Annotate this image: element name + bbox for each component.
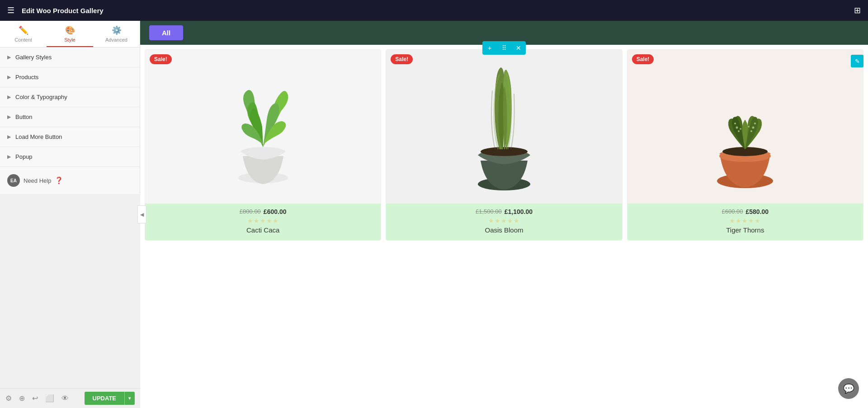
tab-style[interactable]: 🎨 Style [47,21,93,47]
sidebar-collapse-button[interactable]: ◀ [137,205,146,223]
product-stars-1: ★★★★★ [151,217,375,224]
popup-label: Popup [15,153,33,160]
sale-badge-3: Sale! [632,54,654,64]
svg-point-9 [752,127,755,129]
accordion-button: ▶ Button [0,107,140,127]
sidebar: ✏️ Content 🎨 Style ⚙️ Advanced ▶ Gall [0,21,140,194]
product-grid: Sale! [140,45,868,245]
close-widget-button[interactable]: ✕ [511,41,526,55]
star2-empty-1: ★ [488,217,495,224]
star-empty-2: ★ [254,217,260,224]
product-image-3 [695,59,795,195]
tab-style-label: Style [64,37,75,43]
accordion-gallery-styles: ▶ Gallery Styles [0,47,140,67]
chevron-right-icon-4: ▶ [7,114,11,120]
product-image-2 [454,57,554,197]
update-button[interactable]: UPDATE [85,392,124,405]
product-stars-3: ★★★★★ [633,217,858,224]
accordion-header-products[interactable]: ▶ Products [0,67,140,87]
update-dropdown-button[interactable]: ▾ [124,392,135,405]
help-circle-icon[interactable]: ❓ [55,176,63,185]
canvas: All Sale! [140,21,868,408]
accordion: ▶ Gallery Styles ▶ Products ▶ Color & Ty… [0,47,140,167]
product-name-1: Cacti Caca [151,226,375,234]
tab-content[interactable]: ✏️ Content [0,21,47,47]
accordion-color-typography: ▶ Color & Typography [0,87,140,107]
sidebar-footer[interactable]: EA Need Help ❓ [0,167,140,194]
page-title: Edit Woo Product Gallery [22,7,847,14]
product-stars-2: ★★★★★ [392,217,616,224]
filter-all-button[interactable]: All [149,25,183,40]
accordion-products: ▶ Products [0,67,140,87]
star-empty-4: ★ [266,217,273,224]
preview-icon[interactable]: 👁 [61,394,69,403]
chevron-right-icon: ▶ [7,54,11,60]
star3-empty-2: ★ [736,217,742,224]
product-name-3: Tiger Thorns [633,226,858,234]
layers-icon[interactable]: ⊕ [19,394,25,403]
top-bar: ☰ Edit Woo Product Gallery ⊞ [0,0,868,21]
chevron-right-icon-2: ▶ [7,74,11,80]
main-layout: ✏️ Content 🎨 Style ⚙️ Advanced ▶ Gall [0,21,868,408]
chat-bubble-button[interactable]: 💬 [838,378,859,399]
accordion-header-load-more[interactable]: ▶ Load More Button [0,127,140,147]
svg-point-8 [738,130,740,132]
update-button-group: UPDATE ▾ [85,392,135,405]
star-empty-3: ★ [260,217,266,224]
accordion-header-button[interactable]: ▶ Button [0,107,140,127]
star2-empty-5: ★ [514,217,520,224]
chevron-right-icon-3: ▶ [7,94,11,100]
product-info-2: £1,500.00 £1,100.00 ★★★★★ Oasis Bloom [386,204,622,240]
accordion-header-gallery-styles[interactable]: ▶ Gallery Styles [0,47,140,67]
product-image-area-1: Sale! [145,50,381,204]
settings-icon[interactable]: ⚙ [5,394,12,403]
style-icon: 🎨 [65,25,75,35]
product-card-cacti-caca: Sale! [145,49,381,241]
product-info-3: £600.00 £580.00 ★★★★★ Tiger Thorns [627,204,863,240]
move-widget-button[interactable]: ⠿ [497,41,511,55]
accordion-load-more: ▶ Load More Button [0,127,140,147]
svg-point-12 [740,128,741,130]
tab-content-label: Content [14,37,32,43]
grid-icon[interactable]: ⊞ [854,5,861,15]
content-icon: ✏️ [19,25,28,35]
sale-badge-1: Sale! [150,54,172,64]
widget-toolbar: + ⠿ ✕ [482,41,526,55]
star3-empty-4: ★ [748,217,755,224]
sidebar-wrapper: ✏️ Content 🎨 Style ⚙️ Advanced ▶ Gall [0,21,140,408]
product-prices-2: £1,500.00 £1,100.00 [392,208,616,215]
product-card-oasis-bloom: Sale! [386,49,622,241]
product-prices-3: £600.00 £580.00 [633,208,858,215]
product-prices-1: £800.00 £600.00 [151,208,375,215]
accordion-header-popup[interactable]: ▶ Popup [0,147,140,166]
svg-point-7 [734,123,736,124]
accordion-header-color-typography[interactable]: ▶ Color & Typography [0,87,140,107]
svg-point-6 [736,127,738,129]
product-image-area-2: Sale! [386,50,622,204]
undo-icon[interactable]: ↩ [32,394,38,403]
star-empty-5: ★ [273,217,279,224]
edit-pencil-button[interactable]: ✎ [851,55,863,67]
hamburger-icon[interactable]: ☰ [7,5,14,15]
product-image-area-3: Sale! [627,50,863,204]
add-widget-button[interactable]: + [482,41,497,55]
content-area: + ⠿ ✕ ✎ All Sale! [140,21,868,408]
star-empty-1: ★ [247,217,254,224]
price-new-3: £580.00 [746,208,769,215]
svg-point-13 [748,126,750,128]
gallery-styles-label: Gallery Styles [15,54,52,61]
sidebar-tabs: ✏️ Content 🎨 Style ⚙️ Advanced [0,21,140,47]
color-typography-label: Color & Typography [15,94,67,100]
product-info-1: £800.00 £600.00 ★★★★★ Cacti Caca [145,204,381,240]
chevron-right-icon-5: ▶ [7,134,11,140]
product-image-1 [213,61,313,192]
svg-point-10 [754,123,756,124]
products-label: Products [15,74,38,81]
price-new-1: £600.00 [264,208,287,215]
star2-empty-3: ★ [501,217,507,224]
sale-badge-2: Sale! [391,54,413,64]
ea-logo: EA [7,174,20,187]
responsive-icon[interactable]: ⬜ [45,394,54,403]
star3-empty-3: ★ [742,217,748,224]
tab-advanced[interactable]: ⚙️ Advanced [93,21,140,47]
